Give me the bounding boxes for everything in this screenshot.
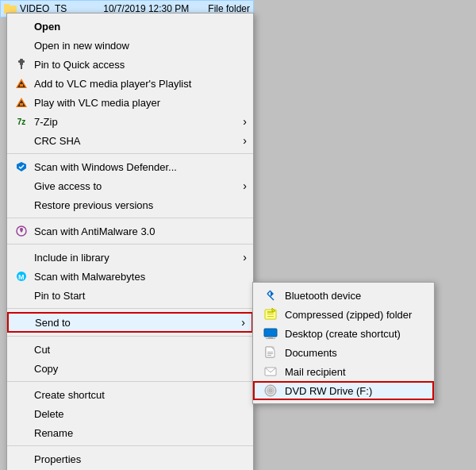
menu-item-open-label: Open: [34, 21, 60, 33]
antimalware-icon: [13, 225, 29, 237]
svg-rect-4: [21, 65, 22, 69]
svg-rect-19: [264, 329, 277, 337]
separator-6: [7, 381, 253, 382]
svg-point-30: [270, 390, 271, 391]
menu-item-open[interactable]: Open: [7, 17, 253, 36]
menu-item-open-new-window-label: Open in new window: [34, 40, 129, 52]
svg-rect-20: [268, 337, 273, 338]
submenu-item-bluetooth[interactable]: Bluetooth device: [253, 286, 434, 305]
menu-item-copy-label: Copy: [34, 363, 58, 375]
compressed-icon: [263, 308, 278, 321]
delete-icon: [13, 407, 29, 420]
menu-item-send-to-label: Send to: [35, 317, 71, 329]
menu-item-cut-label: Cut: [34, 344, 50, 356]
menu-item-rename[interactable]: Rename: [7, 423, 253, 442]
svg-rect-23: [267, 352, 273, 352]
menu-item-properties-label: Properties: [34, 453, 81, 465]
vlc-icon-1: [13, 77, 29, 90]
svg-rect-10: [20, 103, 23, 106]
defender-icon: [13, 160, 29, 173]
submenu-item-dvd[interactable]: DVD RW Drive (F:): [253, 381, 434, 400]
menu-item-open-new-window[interactable]: Open in new window: [7, 36, 253, 55]
menu-item-delete-label: Delete: [34, 408, 64, 420]
menu-item-give-access-label: Give access to: [34, 180, 102, 192]
menu-item-malwarebytes-label: Scan with Malwarebytes: [34, 271, 145, 283]
open-icon: [13, 20, 29, 33]
separator-5: [7, 336, 253, 337]
menu-item-delete[interactable]: Delete: [7, 404, 253, 423]
menu-item-restore-label: Restore previous versions: [34, 199, 153, 211]
menu-item-scan-antimalware[interactable]: Scan with AntiMalware 3.0: [7, 222, 253, 241]
submenu-item-compressed-label: Compressed (zipped) folder: [285, 309, 412, 321]
pin-start-icon: [13, 289, 29, 302]
menu-item-create-shortcut-label: Create shortcut: [34, 389, 105, 401]
menu-item-pin-start-label: Pin to Start: [34, 290, 85, 302]
open-new-window-icon: [13, 39, 29, 52]
submenu-item-desktop[interactable]: Desktop (create shortcut): [253, 324, 434, 343]
properties-icon: [13, 453, 29, 465]
shortcut-icon: [13, 388, 29, 401]
access-icon: [13, 179, 29, 192]
menu-item-7zip[interactable]: 7z 7-Zip: [7, 112, 253, 131]
pin-icon: [13, 58, 29, 71]
submenu-item-mail-label: Mail recipient: [285, 366, 346, 378]
menu-item-scan-defender[interactable]: Scan with Windows Defender...: [7, 157, 253, 176]
menu-item-pin-start[interactable]: Pin to Start: [7, 286, 253, 305]
restore-icon: [13, 198, 29, 211]
separator-7: [7, 445, 253, 446]
submenu-item-compressed[interactable]: Compressed (zipped) folder: [253, 305, 434, 324]
menu-item-crc-label: CRC SHA: [34, 135, 81, 147]
submenu-item-bluetooth-label: Bluetooth device: [285, 290, 361, 302]
submenu-item-documents-label: Documents: [285, 347, 337, 359]
svg-rect-25: [267, 355, 271, 356]
send-to-icon: [14, 316, 30, 329]
menu-item-rename-label: Rename: [34, 427, 73, 439]
malwarebytes-icon: M: [13, 270, 29, 283]
cut-icon: [13, 343, 29, 356]
menu-item-play-vlc[interactable]: Play with VLC media player: [7, 93, 253, 112]
context-menu: Open Open in new window Pin to Quick acc…: [6, 13, 254, 470]
rename-icon: [13, 426, 29, 439]
menu-item-play-vlc-label: Play with VLC media player: [34, 97, 160, 109]
submenu-item-mail[interactable]: Mail recipient: [253, 362, 434, 381]
separator-2: [7, 218, 253, 218]
menu-item-defender-label: Scan with Windows Defender...: [34, 161, 177, 173]
copy-icon: [13, 362, 29, 375]
submenu-item-documents[interactable]: Documents: [253, 343, 434, 362]
svg-rect-3: [18, 60, 25, 63]
menu-item-include-library[interactable]: Include in library: [7, 248, 253, 267]
menu-item-restore-versions[interactable]: Restore previous versions: [7, 195, 253, 214]
menu-item-crc-sha[interactable]: CRC SHA: [7, 131, 253, 150]
send-to-submenu: Bluetooth device Compressed (zipped) fol…: [252, 282, 435, 404]
svg-text:M: M: [18, 273, 25, 281]
menu-item-copy[interactable]: Copy: [7, 359, 253, 378]
svg-rect-17: [267, 316, 274, 317]
menu-item-give-access[interactable]: Give access to: [7, 176, 253, 195]
submenu-item-desktop-label: Desktop (create shortcut): [285, 328, 401, 340]
menu-item-create-shortcut[interactable]: Create shortcut: [7, 385, 253, 404]
library-icon: [13, 251, 29, 264]
svg-rect-1: [4, 4, 10, 7]
bluetooth-icon: [263, 289, 278, 302]
menu-item-include-library-label: Include in library: [34, 252, 109, 264]
menu-item-scan-malwarebytes[interactable]: M Scan with Malwarebytes: [7, 267, 253, 286]
documents-icon: [263, 346, 278, 359]
crc-icon: [13, 134, 29, 147]
submenu-item-dvd-label: DVD RW Drive (F:): [285, 385, 372, 397]
menu-item-pin-quick-access[interactable]: Pin to Quick access: [7, 55, 253, 74]
svg-rect-24: [267, 353, 273, 354]
menu-item-cut[interactable]: Cut: [7, 340, 253, 359]
menu-item-send-to[interactable]: Send to: [7, 312, 253, 333]
7zip-icon: 7z: [13, 115, 29, 128]
menu-item-add-vlc-playlist[interactable]: Add to VLC media player's Playlist: [7, 74, 253, 93]
menu-item-antimalware-label: Scan with AntiMalware 3.0: [34, 225, 155, 237]
separator-3: [7, 244, 253, 245]
svg-rect-21: [266, 338, 275, 339]
mail-icon: [263, 365, 278, 378]
menu-item-pin-quick-access-label: Pin to Quick access: [34, 59, 125, 71]
svg-rect-16: [267, 314, 274, 314]
separator-1: [7, 153, 253, 154]
desktop-icon: [263, 327, 278, 340]
menu-item-properties[interactable]: Properties: [7, 449, 253, 468]
dvd-icon: [263, 384, 278, 397]
